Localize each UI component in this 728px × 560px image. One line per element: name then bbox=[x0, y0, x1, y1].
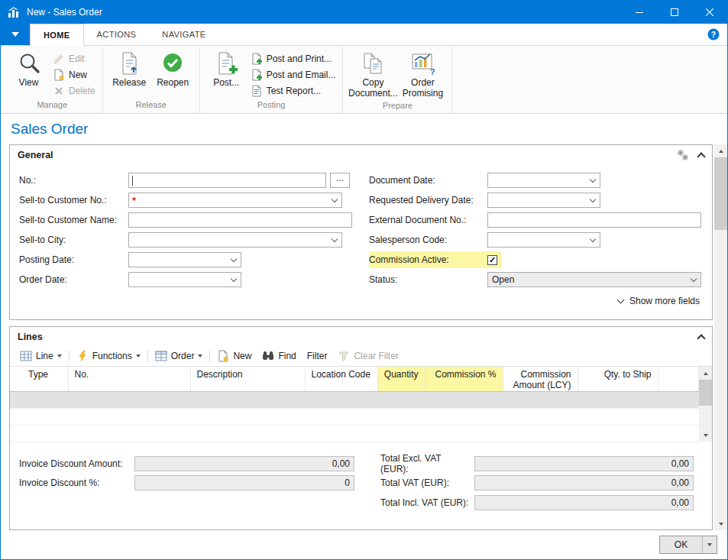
tab-navigate[interactable]: NAVIGATE bbox=[149, 24, 218, 45]
table-row[interactable] bbox=[10, 408, 699, 425]
page-scrollbar[interactable] bbox=[714, 144, 727, 530]
column-header-quantity[interactable]: Quantity bbox=[377, 367, 425, 391]
chevron-down-icon bbox=[231, 255, 237, 261]
minimize-button[interactable] bbox=[622, 1, 657, 24]
test-report-button[interactable]: Test Report... bbox=[251, 85, 336, 97]
total-excl-vat-field: 0,00 bbox=[474, 456, 694, 471]
required-marker: * bbox=[132, 195, 136, 206]
help-button[interactable]: ? bbox=[700, 24, 727, 45]
column-header-no[interactable]: No. bbox=[68, 367, 190, 391]
post-email-icon bbox=[251, 69, 263, 81]
maximize-button[interactable] bbox=[657, 1, 692, 24]
lines-scrollbar[interactable] bbox=[699, 367, 712, 442]
no-input[interactable] bbox=[128, 173, 326, 188]
show-more-fields-button[interactable]: Show more fields bbox=[10, 290, 712, 312]
clear-filter-label: Clear Filter bbox=[354, 351, 399, 361]
copy-document-icon bbox=[361, 51, 385, 76]
invoice-discount-percent-field[interactable]: 0 bbox=[134, 475, 354, 490]
collapse-general-chevron-icon[interactable] bbox=[697, 152, 705, 160]
scroll-up-arrow-icon[interactable] bbox=[699, 367, 712, 380]
order-date-input[interactable] bbox=[128, 272, 241, 287]
external-document-no-label: External Document No.: bbox=[369, 215, 487, 225]
ok-button[interactable]: OK bbox=[659, 536, 717, 554]
assist-edit-button[interactable]: ... bbox=[330, 173, 350, 188]
filter-button[interactable]: Filter bbox=[302, 348, 333, 364]
order-menu-button[interactable]: Order bbox=[150, 348, 209, 364]
post-and-email-button[interactable]: Post and Email... bbox=[251, 69, 336, 81]
sell-to-customer-no-label: Sell-to Customer No.: bbox=[19, 195, 128, 206]
ribbon-group-prepare: Copy Document... ? Order Promising Prepa… bbox=[343, 47, 452, 113]
find-button[interactable]: Find bbox=[257, 348, 301, 364]
column-header-commission-amount[interactable]: Commission Amount (LCY) bbox=[503, 367, 578, 391]
sell-to-customer-no-input[interactable]: * bbox=[128, 193, 342, 208]
delete-button[interactable]: Delete bbox=[53, 85, 95, 97]
clear-filter-button[interactable]: Clear Filter bbox=[332, 348, 404, 364]
new-line-button[interactable]: New bbox=[212, 348, 257, 364]
sell-to-customer-name-input[interactable] bbox=[128, 212, 352, 228]
post-button[interactable]: Post... bbox=[205, 48, 248, 89]
scroll-down-arrow-icon[interactable] bbox=[699, 429, 712, 442]
invoice-discount-percent-label: Invoice Discount %: bbox=[19, 477, 134, 488]
column-header-description[interactable]: Description bbox=[190, 367, 305, 391]
new-button[interactable]: New bbox=[53, 69, 95, 81]
functions-menu-button[interactable]: Functions bbox=[71, 348, 146, 364]
scrollbar-thumb[interactable] bbox=[714, 157, 727, 230]
order-promising-button[interactable]: ? Order Promising bbox=[398, 48, 447, 99]
scroll-down-arrow-icon[interactable] bbox=[714, 517, 727, 530]
invoice-discount-amount-field[interactable]: 0,00 bbox=[134, 456, 354, 471]
view-button[interactable]: View bbox=[7, 48, 50, 89]
new-document-icon bbox=[53, 69, 65, 81]
customize-sparkles-icon[interactable] bbox=[677, 149, 689, 161]
collapse-lines-chevron-icon[interactable] bbox=[697, 334, 705, 342]
tab-home[interactable]: HOME bbox=[30, 24, 84, 46]
total-vat-field: 0,00 bbox=[474, 475, 694, 490]
commission-active-checkbox[interactable] bbox=[487, 255, 497, 265]
scroll-up-arrow-icon[interactable] bbox=[714, 144, 727, 157]
lines-header[interactable]: Lines bbox=[10, 327, 712, 346]
line-menu-button[interactable]: Line bbox=[15, 348, 67, 364]
manage-group-label: Manage bbox=[5, 99, 100, 113]
scrollbar-thumb[interactable] bbox=[699, 380, 712, 406]
close-button[interactable] bbox=[692, 1, 727, 24]
content: General No.: ... Document D bbox=[1, 144, 727, 530]
magnifier-icon bbox=[17, 51, 41, 76]
order-menu-label: Order bbox=[171, 351, 195, 361]
table-row[interactable] bbox=[10, 425, 699, 442]
show-more-fields-label: Show more fields bbox=[629, 296, 700, 306]
document-date-input[interactable] bbox=[487, 173, 600, 188]
posting-date-label: Posting Date: bbox=[19, 254, 128, 265]
release-button-label: Release bbox=[112, 78, 146, 89]
filter-label: Filter bbox=[307, 351, 328, 361]
release-button[interactable]: Release bbox=[108, 48, 151, 89]
general-title: General bbox=[18, 150, 53, 160]
copy-document-button[interactable]: Copy Document... bbox=[348, 48, 398, 99]
column-header-location-code[interactable]: Location Code bbox=[305, 367, 377, 391]
posting-date-input[interactable] bbox=[128, 252, 241, 267]
question-icon: ? bbox=[707, 28, 720, 40]
column-header-commission-pct[interactable]: Commission % bbox=[425, 367, 503, 391]
column-header-type[interactable]: Type bbox=[10, 367, 68, 391]
copy-document-label: Copy Document... bbox=[348, 78, 398, 99]
external-document-no-input[interactable] bbox=[487, 212, 701, 228]
tab-actions[interactable]: ACTIONS bbox=[84, 24, 150, 45]
reopen-button[interactable]: Reopen bbox=[151, 48, 195, 89]
order-promising-chart-icon: ? bbox=[410, 51, 435, 76]
lines-toolbar: Line Functions Order bbox=[10, 346, 712, 367]
edit-button[interactable]: Edit bbox=[53, 53, 95, 65]
ok-button-label: OK bbox=[660, 539, 702, 550]
chevron-down-icon bbox=[590, 235, 596, 241]
sell-to-city-input[interactable] bbox=[128, 232, 342, 248]
chevron-down-icon bbox=[617, 296, 625, 303]
app-menu-button[interactable] bbox=[1, 24, 30, 45]
window-title: New - Sales Order bbox=[27, 7, 102, 18]
post-and-print-button[interactable]: Post and Print... bbox=[251, 53, 336, 65]
app-chart-icon bbox=[1, 1, 27, 24]
salesperson-code-input[interactable] bbox=[487, 232, 600, 248]
chevron-down-icon bbox=[332, 235, 338, 241]
svg-text:?: ? bbox=[430, 67, 435, 76]
general-header[interactable]: General bbox=[10, 145, 712, 164]
table-row-selected[interactable] bbox=[10, 391, 699, 408]
requested-delivery-date-input[interactable] bbox=[487, 193, 600, 208]
chevron-down-icon[interactable] bbox=[703, 543, 717, 546]
column-header-qty-to-ship[interactable]: Qty. to Ship bbox=[578, 367, 658, 391]
